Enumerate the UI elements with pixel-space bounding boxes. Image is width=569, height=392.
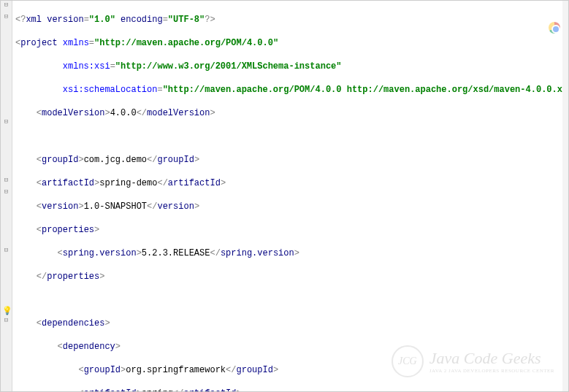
val-schemalocation: http://maven.apache.org/POM/4.0.0 http:/… [168, 85, 568, 95]
xml-editor: ⊟ ⊟ ⊟ ⊟ ⊟ ⊟ 💡 ⊟ <?xml version="1.0" enco… [0, 0, 569, 392]
val-artifactid: spring-demo [99, 178, 157, 188]
fold-marker[interactable]: ⊟ [2, 2, 10, 10]
code-line[interactable]: xsi:schemaLocation="http://maven.apache.… [15, 84, 568, 96]
tag-dependency: dependency [63, 342, 115, 352]
code-line[interactable]: <spring.version>5.2.3.RELEASE</spring.ve… [15, 247, 568, 259]
tag-project: project [20, 38, 57, 48]
val-spring-version: 5.2.3.RELEASE [142, 248, 210, 258]
val-xmlns: http://maven.apache.org/POM/4.0.0 [99, 38, 273, 48]
tag-artifactid: artifactId [42, 178, 94, 188]
code-line[interactable]: <?xml version="1.0" encoding="UTF-8"?> [15, 14, 568, 26]
val-version: 1.0-SNAPSHOT [84, 201, 147, 212]
attr-xmlns: xmlns [63, 38, 89, 48]
code-line[interactable] [15, 294, 568, 306]
chrome-icon[interactable] [549, 22, 560, 34]
code-area[interactable]: <?xml version="1.0" encoding="UTF-8"?> <… [12, 1, 568, 391]
attr-xmlns-xsi: xmlns:xsi [63, 61, 110, 72]
code-line[interactable]: <artifactId>spring</artifactId> [15, 388, 568, 391]
code-line[interactable]: <dependency> [15, 341, 568, 353]
tag-spring-version: spring.version [63, 248, 137, 258]
code-line[interactable]: <version>1.0-SNAPSHOT</version> [15, 201, 568, 212]
code-line[interactable]: <groupId>com.jcg.demo</groupId> [15, 154, 568, 166]
val-groupid: com.jcg.demo [84, 155, 147, 165]
xml-version: 1.0 [94, 15, 110, 25]
val-modelversion: 4.0.0 [110, 108, 137, 118]
tag-groupid: groupId [42, 155, 78, 165]
tag-properties: properties [42, 225, 94, 235]
code-line[interactable]: <modelVersion>4.0.0</modelVersion> [15, 107, 568, 119]
xml-encoding: UTF-8 [173, 15, 199, 25]
fold-marker[interactable]: ⊟ [2, 247, 10, 255]
code-line[interactable]: <groupId>org.springframework</groupId> [15, 364, 568, 376]
code-line[interactable] [15, 131, 568, 142]
attr-schemalocation: xsi:schemaLocation [63, 85, 158, 95]
tag-modelversion: modelVersion [42, 108, 104, 118]
intention-hint-icon[interactable]: 💡 [2, 306, 11, 315]
code-line[interactable]: <artifactId>spring-demo</artifactId> [15, 177, 568, 189]
fold-marker[interactable]: ⊟ [2, 318, 10, 326]
tag-dependencies: dependencies [42, 318, 104, 328]
code-line[interactable]: xmlns:xsi="http://www.w3.org/2001/XMLSch… [15, 61, 568, 72]
code-line[interactable]: <project xmlns="http://maven.apache.org/… [15, 37, 568, 49]
dep0-artifactid: spring [142, 388, 173, 391]
scrollbar[interactable] [562, 1, 568, 391]
tag-version: version [42, 201, 78, 212]
fold-marker[interactable]: ⊟ [2, 119, 10, 127]
val-xmlns-xsi: http://www.w3.org/2001/XMLSchema-instanc… [121, 61, 336, 72]
gutter: ⊟ ⊟ ⊟ ⊟ ⊟ ⊟ 💡 ⊟ [1, 1, 12, 391]
fold-marker[interactable]: ⊟ [2, 14, 10, 22]
code-line[interactable]: <properties> [15, 224, 568, 236]
dep0-groupid: org.springframework [126, 365, 226, 375]
fold-marker[interactable]: ⊟ [2, 189, 10, 197]
code-line[interactable]: <dependencies> [15, 318, 568, 329]
fold-marker[interactable]: ⊟ [2, 177, 10, 185]
code-line[interactable]: </properties> [15, 271, 568, 283]
